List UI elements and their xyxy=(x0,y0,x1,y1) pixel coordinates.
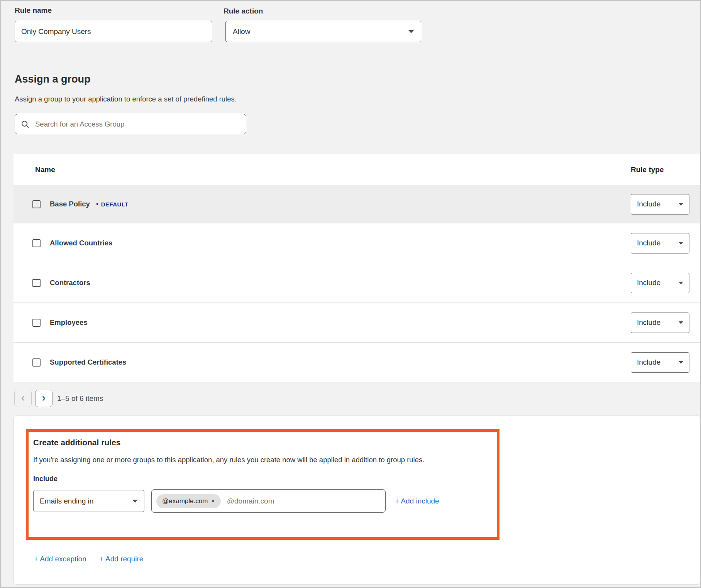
row-checkbox[interactable] xyxy=(32,239,41,247)
email-domain-input[interactable] xyxy=(226,497,381,506)
tag-label: @example.com xyxy=(162,497,208,505)
chevron-down-icon xyxy=(679,203,683,206)
chevron-down-icon xyxy=(679,242,683,245)
assign-group-description: Assign a group to your application to en… xyxy=(15,95,237,103)
access-groups-table: Name Rule type Base Policy • DEFAULT Inc… xyxy=(14,154,700,382)
rule-condition-select[interactable]: Emails ending in xyxy=(33,490,144,512)
row-checkbox[interactable] xyxy=(32,358,41,367)
add-exception-link[interactable]: + Add exception xyxy=(34,555,86,563)
rule-action-links: + Add exception + Add require xyxy=(34,555,143,563)
previous-page-button[interactable]: ‹ xyxy=(14,390,32,407)
chevron-down-icon xyxy=(679,282,683,284)
rule-type-cell: Include xyxy=(631,313,700,333)
row-name: Contractors xyxy=(50,279,90,287)
row-checkbox[interactable] xyxy=(32,319,41,327)
table-row: Contractors Include xyxy=(14,263,700,303)
rule-action-label: Rule action xyxy=(224,7,263,15)
row-name: Supported Certificates xyxy=(50,358,126,367)
next-page-button[interactable]: › xyxy=(35,390,52,407)
rule-type-select[interactable]: Include xyxy=(631,352,689,373)
row-checkbox[interactable] xyxy=(32,279,41,287)
create-additional-rules-description: If you're assigning one or more groups t… xyxy=(33,456,492,464)
badge-bullet-icon: • xyxy=(96,200,98,208)
table-header: Name Rule type xyxy=(14,154,700,185)
rule-type-cell: Include xyxy=(631,233,700,253)
rule-action-value: Allow xyxy=(233,27,250,36)
chevron-down-icon xyxy=(132,500,138,503)
table-row: Base Policy • DEFAULT Include xyxy=(14,185,700,223)
rule-name-input[interactable] xyxy=(15,21,212,42)
create-additional-rules-heading: Create additional rules xyxy=(33,438,497,447)
chevron-down-icon xyxy=(408,30,414,33)
pagination-label: 1–5 of 6 items xyxy=(57,394,103,403)
access-rule-config-screen: Rule name Rule action Allow Assign a gro… xyxy=(0,0,701,588)
create-additional-rules-highlight: Create additional rules If you're assign… xyxy=(26,429,500,540)
remove-tag-icon[interactable]: × xyxy=(211,498,215,504)
rule-type-cell: Include xyxy=(631,194,700,215)
rule-action-select[interactable]: Allow xyxy=(225,21,421,42)
rule-type-select[interactable]: Include xyxy=(631,313,689,333)
chevron-right-icon: › xyxy=(42,392,46,403)
table-row: Supported Certificates Include xyxy=(14,343,700,382)
default-badge: • DEFAULT xyxy=(96,200,129,208)
search-input[interactable] xyxy=(34,120,240,129)
add-require-link[interactable]: + Add require xyxy=(100,555,144,563)
row-name: Allowed Countries xyxy=(50,239,112,247)
email-domain-tag: @example.com × xyxy=(156,494,221,508)
rule-type-value: Include xyxy=(637,239,660,247)
chevron-down-icon xyxy=(679,321,683,324)
rule-condition-value: Emails ending in xyxy=(40,497,93,505)
pagination: ‹ › 1–5 of 6 items xyxy=(14,390,103,407)
chevron-left-icon: ‹ xyxy=(21,392,25,403)
badge-label: DEFAULT xyxy=(101,201,129,208)
table-row: Employees Include xyxy=(14,303,700,343)
chevron-down-icon xyxy=(679,361,683,364)
column-header-name: Name xyxy=(35,166,55,174)
rule-type-cell: Include xyxy=(631,352,700,373)
row-checkbox[interactable] xyxy=(32,200,41,208)
access-group-search-box xyxy=(15,114,246,134)
rule-type-value: Include xyxy=(637,358,660,367)
row-name: Employees xyxy=(50,318,88,327)
email-domains-tag-input: @example.com × xyxy=(151,489,386,513)
column-header-rule-type: Rule type xyxy=(631,166,700,174)
rule-type-value: Include xyxy=(637,200,660,208)
add-include-link[interactable]: + Add include xyxy=(395,497,439,505)
rule-type-value: Include xyxy=(637,279,660,287)
assign-group-heading: Assign a group xyxy=(15,73,91,85)
additional-rules-card: Create additional rules If you're assign… xyxy=(14,416,700,585)
rule-type-cell: Include xyxy=(631,273,700,293)
search-icon xyxy=(21,120,29,128)
table-row: Allowed Countries Include xyxy=(14,223,700,263)
include-label: Include xyxy=(33,475,497,483)
rule-name-label: Rule name xyxy=(15,6,52,15)
rule-type-select[interactable]: Include xyxy=(631,273,689,293)
row-name: Base Policy xyxy=(50,200,90,208)
include-rule-row: Emails ending in @example.com × + Add in… xyxy=(33,489,497,513)
rule-type-select[interactable]: Include xyxy=(631,233,689,253)
rule-type-value: Include xyxy=(637,318,660,327)
rule-type-select[interactable]: Include xyxy=(631,194,689,215)
